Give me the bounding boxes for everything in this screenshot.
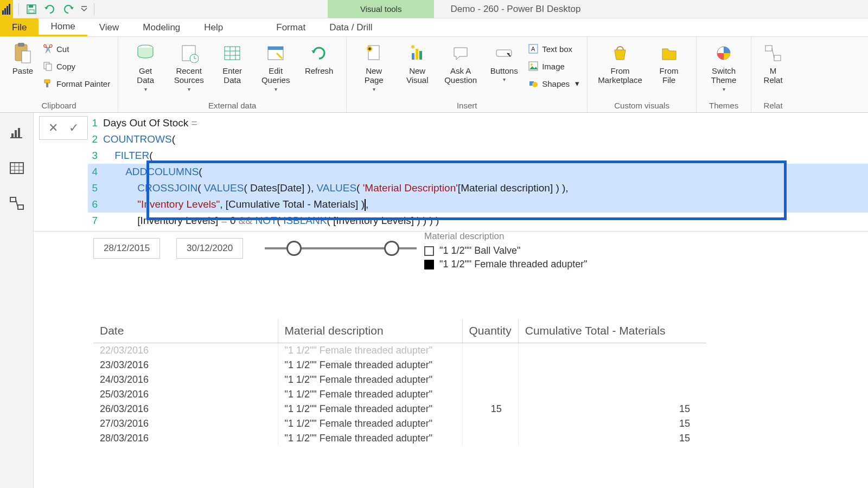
image-button[interactable]: Image <box>526 59 582 74</box>
tab-view[interactable]: View <box>87 18 131 36</box>
slicer-start-date[interactable]: 28/12/2015 <box>93 238 160 259</box>
svg-rect-47 <box>10 163 23 174</box>
data-view-icon[interactable] <box>7 158 27 178</box>
tab-file[interactable]: File <box>0 18 39 36</box>
format-painter-button[interactable]: Format Painter <box>40 76 112 91</box>
legend: Material description "1 1/2"" Ball Valve… <box>424 231 588 272</box>
formula-bar: ✕ ✓ 1Days Out Of Stock = 2COUNTROWS( 3 F… <box>34 113 868 232</box>
table-row[interactable]: 22/03/2016"1 1/2"" Female threaded adupt… <box>93 343 706 358</box>
get-data-button[interactable]: Get Data▾ <box>124 39 167 92</box>
table-row[interactable]: 28/03/2016"1 1/2"" Female threaded adupt… <box>93 431 706 446</box>
ribbon: Paste ✂️Cut Copy Format Painter Clipboar… <box>0 37 868 113</box>
svg-rect-52 <box>10 197 16 202</box>
formula-editor[interactable]: 1Days Out Of Stock = 2COUNTROWS( 3 FILTE… <box>88 113 868 231</box>
table-row[interactable]: 26/03/2016"1 1/2"" Female threaded adupt… <box>93 402 706 416</box>
col-cumulative-total[interactable]: Cumulative Total - Materials <box>518 319 706 343</box>
svg-rect-10 <box>22 51 30 63</box>
svg-rect-1 <box>4 8 6 15</box>
tab-home[interactable]: Home <box>39 18 87 36</box>
svg-rect-12 <box>46 64 52 70</box>
quick-access-toolbar <box>13 0 100 18</box>
svg-rect-3 <box>9 4 10 15</box>
svg-rect-13 <box>44 80 50 83</box>
svg-rect-9 <box>18 43 24 47</box>
cut-button[interactable]: ✂️Cut <box>40 41 112 56</box>
col-date[interactable]: Date <box>93 319 278 343</box>
svg-rect-0 <box>2 10 4 15</box>
left-nav <box>0 113 34 488</box>
manage-relationships-button[interactable]: M Relat <box>757 39 789 85</box>
legend-label: "1 1/2"" Ball Valve" <box>439 245 520 256</box>
report-canvas: ✕ ✓ 1Days Out Of Stock = 2COUNTROWS( 3 F… <box>34 113 868 488</box>
refresh-button[interactable]: Refresh <box>297 39 341 75</box>
copy-button[interactable]: Copy <box>40 59 112 74</box>
svg-point-36 <box>531 63 533 66</box>
group-insert: ✱New Page▾ ✱New Visual Ask A Question Bu… <box>347 37 588 112</box>
tab-data-drill[interactable]: Data / Drill <box>317 18 384 36</box>
slicer-slider[interactable] <box>265 237 417 259</box>
formula-cancel-icon[interactable]: ✕ <box>45 121 61 135</box>
tab-help[interactable]: Help <box>192 18 235 36</box>
new-visual-button[interactable]: ✱New Visual <box>395 39 439 85</box>
legend-item-0[interactable]: "1 1/2"" Ball Valve" <box>424 245 588 256</box>
table-row[interactable]: 23/03/2016"1 1/2"" Female threaded adupt… <box>93 358 706 373</box>
svg-rect-6 <box>29 10 34 13</box>
data-table: Date Material description Quantity Cumul… <box>93 319 749 446</box>
svg-rect-43 <box>11 133 14 138</box>
col-material-description[interactable]: Material description <box>278 319 462 343</box>
table-row[interactable]: 25/03/2016"1 1/2"" Female threaded adupt… <box>93 387 706 402</box>
table-row[interactable]: 24/03/2016"1 1/2"" Female threaded adupt… <box>93 373 706 387</box>
app-icon <box>0 0 13 18</box>
buttons-button[interactable]: Buttons▾ <box>482 39 526 82</box>
svg-point-38 <box>532 82 538 87</box>
svg-rect-28 <box>412 53 414 60</box>
enter-data-button[interactable]: Enter Data <box>210 39 254 85</box>
col-quantity[interactable]: Quantity <box>462 319 518 343</box>
svg-text:✱: ✱ <box>411 44 415 50</box>
new-page-button[interactable]: ✱New Page▾ <box>352 39 395 92</box>
edit-queries-button[interactable]: Edit Queries▾ <box>254 39 297 92</box>
legend-swatch-empty <box>424 246 434 256</box>
qat-customize-icon[interactable] <box>79 2 90 17</box>
ribbon-tabs: File Home View Modeling Help Format Data… <box>0 18 868 37</box>
redo-button[interactable] <box>60 2 76 17</box>
from-marketplace-button[interactable]: From Marketplace <box>593 39 647 85</box>
title-bar: Visual tools Demo - 260 - Power BI Deskt… <box>0 0 868 18</box>
group-clipboard: Paste ✂️Cut Copy Format Painter Clipboar… <box>0 37 118 112</box>
ask-a-question-button[interactable]: Ask A Question <box>439 39 482 85</box>
group-external-data: Get Data▾ Recent Sources▾ Enter Data Edi… <box>118 37 347 112</box>
svg-rect-2 <box>7 6 8 15</box>
shapes-button[interactable]: Shapes▾ <box>526 76 582 91</box>
model-view-icon[interactable] <box>7 194 27 214</box>
switch-theme-button[interactable]: Switch Theme▾ <box>702 39 745 92</box>
legend-header: Material description <box>424 231 588 242</box>
tab-modeling[interactable]: Modeling <box>131 18 192 36</box>
group-custom-visuals: From Marketplace From File Custom visual… <box>588 37 697 112</box>
slider-thumb-end[interactable] <box>384 241 399 256</box>
legend-label: "1 1/2"" Female threaded adupter" <box>439 259 588 270</box>
paste-button[interactable]: Paste <box>5 39 40 75</box>
svg-rect-41 <box>774 55 781 61</box>
main-area: ✕ ✓ 1Days Out Of Stock = 2COUNTROWS( 3 F… <box>0 113 868 488</box>
save-button[interactable] <box>23 2 40 17</box>
date-slicer: 28/12/2015 30/12/2020 <box>93 237 417 259</box>
slicer-end-date[interactable]: 30/12/2020 <box>176 238 243 259</box>
slider-thumb-start[interactable] <box>286 241 302 256</box>
text-box-button[interactable]: AText box <box>526 41 582 56</box>
tab-format[interactable]: Format <box>264 18 317 36</box>
table-row[interactable]: 27/03/2016"1 1/2"" Female threaded adupt… <box>93 416 706 431</box>
legend-swatch-filled <box>424 260 434 269</box>
formula-commit-icon[interactable]: ✓ <box>66 121 82 135</box>
report-view-icon[interactable] <box>7 123 27 142</box>
svg-rect-29 <box>416 49 418 60</box>
undo-button[interactable] <box>42 2 58 17</box>
svg-rect-18 <box>225 47 240 60</box>
group-themes: Switch Theme▾ Themes <box>697 37 751 112</box>
formula-controls: ✕ ✓ <box>39 116 88 140</box>
svg-rect-45 <box>18 128 20 138</box>
legend-item-1[interactable]: "1 1/2"" Female threaded adupter" <box>424 259 588 270</box>
from-file-button[interactable]: From File <box>647 39 691 85</box>
recent-sources-button[interactable]: Recent Sources▾ <box>167 39 210 92</box>
svg-rect-53 <box>18 205 23 209</box>
svg-rect-40 <box>765 46 772 51</box>
